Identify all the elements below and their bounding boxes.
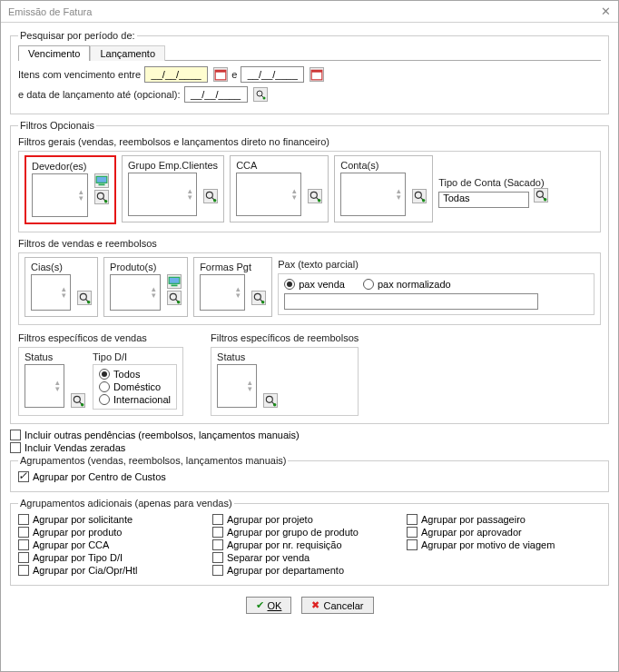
agrup-legend: Agrupamentos (vendas, reembolsos, lançam… (18, 455, 288, 466)
search-icon[interactable] (253, 87, 268, 102)
list-devedores[interactable]: ▴▾ (32, 173, 88, 217)
radio-pax-norm[interactable]: pax normalizado (363, 279, 451, 290)
label-pax: Pax (texto parcial) (278, 259, 594, 270)
list-cca[interactable]: ▴▾ (236, 173, 301, 216)
list-status-v[interactable]: ▴▾ (25, 364, 64, 408)
panel-cias: Cias(s) ▴▾ (25, 257, 98, 317)
agrup-add-group: Agrupamentos adicionais (apenas para ven… (10, 498, 609, 586)
search-icon[interactable] (412, 189, 427, 203)
calendar-icon[interactable] (213, 67, 228, 82)
agrup-col-3: Agrupar por passageiro Agrupar por aprov… (407, 512, 601, 578)
svg-point-37 (81, 403, 84, 407)
check-agrup[interactable]: Agrupar por passageiro (407, 514, 601, 525)
check-icon: ✔ (256, 599, 264, 611)
optional-legend: Filtros Opcionais (18, 120, 96, 131)
svg-point-40 (273, 403, 277, 407)
svg-rect-1 (215, 70, 226, 72)
svg-point-17 (318, 199, 321, 203)
panel-formas: Formas Pgt ▴▾ (193, 257, 272, 317)
tab-lancamento[interactable]: Lançamento (90, 45, 165, 61)
search-icon[interactable] (94, 190, 109, 204)
svg-rect-8 (99, 184, 105, 186)
select-tipoconta[interactable]: Todas (438, 192, 529, 208)
check-agrup[interactable]: Agrupar por produto (18, 527, 212, 538)
computer-icon[interactable] (94, 173, 109, 188)
svg-point-14 (213, 199, 217, 203)
radio-pax-venda[interactable]: pax venda (284, 279, 345, 290)
svg-point-11 (104, 200, 108, 203)
check-agrup[interactable]: Agrupar por departamento (212, 565, 407, 576)
svg-point-31 (177, 301, 181, 304)
search-icon[interactable] (167, 291, 182, 305)
check-agrup[interactable]: Agrupar por aprovador (407, 527, 601, 538)
search-icon[interactable] (71, 393, 85, 408)
check-agrup[interactable]: Agrupar por projeto (212, 514, 407, 525)
tab-vencimento[interactable]: Vencimento (18, 45, 90, 61)
label-data-lancamento: e data de lançamento até (opcional): (18, 89, 181, 100)
period-group: Pesquisar por período de: Vencimento Lan… (10, 30, 609, 114)
date-lanc[interactable]: __/__/____ (184, 86, 248, 103)
period-legend: Pesquisar por período de: (18, 30, 137, 41)
list-produtos[interactable]: ▴▾ (110, 274, 161, 311)
label-itens-vencimento: Itens com vencimento entre (18, 69, 141, 80)
panel-cca: CCA ▴▾ (230, 155, 329, 222)
svg-rect-3 (311, 70, 322, 72)
list-grupo[interactable]: ▴▾ (128, 173, 197, 216)
label-e: e (231, 69, 237, 80)
calendar-icon[interactable] (310, 67, 324, 82)
cancel-button[interactable]: ✖Cancelar (301, 597, 373, 614)
vendas-reemb-legend: Filtros de vendas e reembolsos (18, 238, 601, 249)
radio-todos[interactable]: Todos (99, 369, 171, 380)
search-icon[interactable] (77, 291, 92, 305)
search-icon[interactable] (263, 393, 278, 408)
svg-rect-27 (169, 277, 180, 283)
check-agrup[interactable]: Agrupar por CCA (18, 539, 212, 550)
list-cias[interactable]: ▴▾ (31, 274, 71, 311)
panel-contas: Conta(s) ▴▾ (334, 155, 433, 222)
svg-point-6 (262, 97, 265, 100)
search-icon[interactable] (203, 189, 218, 203)
check-agrup-centro[interactable]: Agrupar por Centro de Custos (18, 471, 601, 482)
svg-point-26 (87, 301, 91, 304)
search-icon[interactable] (308, 189, 322, 203)
agrup-col-2: Agrupar por projeto Agrupar por grupo de… (212, 512, 407, 578)
label-tipoconta: Tipo de Conta (Sacado) (438, 177, 544, 188)
radio-internacional[interactable]: Internacional (99, 394, 171, 405)
check-agrup[interactable]: Agrupar por Tipo D/I (18, 552, 212, 563)
check-agrup[interactable]: Agrupar por motivo de viagem (407, 539, 601, 550)
svg-point-34 (261, 301, 265, 304)
panel-grupo: Grupo Emp.Clientes ▴▾ (122, 155, 224, 222)
check-agrup[interactable]: Agrupar por Cia/Opr/Htl (18, 565, 212, 576)
check-agrup[interactable]: Separar por venda (212, 552, 407, 563)
panel-produtos: Produto(s) ▴▾ (103, 257, 188, 317)
panel-status-vendas: Status ▴▾ (25, 351, 85, 408)
date-from[interactable]: __/__/____ (144, 66, 208, 83)
input-pax[interactable] (284, 293, 538, 310)
svg-point-20 (422, 199, 426, 203)
agrup-group: Agrupamentos (vendas, reembolsos, lançam… (10, 455, 609, 492)
check-agrup[interactable]: Agrupar por grupo de produto (212, 527, 407, 538)
panel-devedores: Devedor(es) ▴▾ (25, 155, 116, 224)
panel-status-reemb: Status ▴▾ (217, 351, 278, 408)
svg-rect-7 (96, 176, 107, 183)
check-agrup[interactable]: Agrupar por nr. requisição (212, 539, 407, 550)
search-icon[interactable] (251, 291, 266, 305)
check-vendas-zeradas[interactable]: Incluir Vendas zeradas (10, 442, 609, 453)
gerais-legend: Filtros gerais (vendas, reembolsos e lan… (18, 136, 601, 147)
list-formas[interactable]: ▴▾ (200, 274, 245, 311)
list-status-r[interactable]: ▴▾ (217, 364, 257, 408)
list-contas[interactable]: ▴▾ (340, 173, 406, 216)
check-agrup[interactable]: Agrupar por solicitante (18, 514, 212, 525)
radio-domestico[interactable]: Doméstico (99, 381, 171, 392)
computer-icon[interactable] (167, 274, 182, 289)
ok-button[interactable]: ✔OK (246, 597, 292, 614)
esp-vendas-legend: Filtros específicos de vendas (18, 332, 183, 343)
search-icon[interactable] (534, 188, 548, 203)
date-to[interactable]: __/__/____ (241, 66, 304, 83)
check-outras-pendencias[interactable]: Incluir outras pendências (reembolsos, l… (10, 430, 609, 440)
close-icon[interactable]: ✕ (601, 5, 611, 18)
optional-filters-group: Filtros Opcionais Filtros gerais (vendas… (10, 120, 609, 424)
agrup-col-1: Agrupar por solicitante Agrupar por prod… (18, 512, 212, 578)
agrup-add-legend: Agrupamentos adicionais (apenas para ven… (18, 498, 234, 509)
titlebar: Emissão de Fatura ✕ (1, 1, 618, 23)
